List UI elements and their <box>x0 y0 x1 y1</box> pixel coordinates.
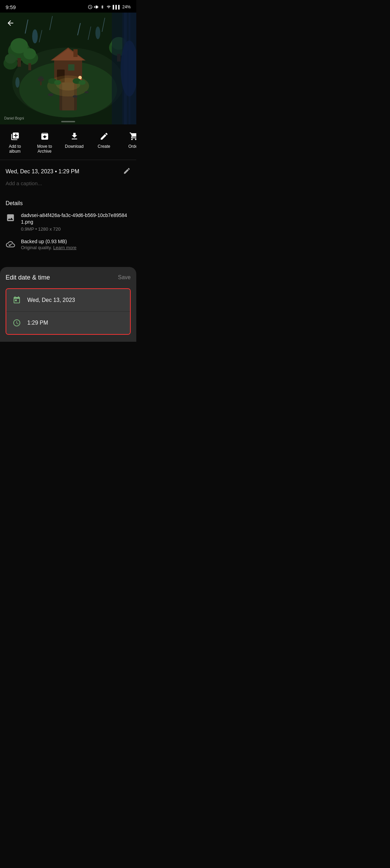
add-to-album-icon <box>10 131 20 141</box>
vibrate-icon <box>94 5 99 9</box>
save-button[interactable]: Save <box>118 274 131 281</box>
svg-rect-7 <box>68 64 74 71</box>
create-button[interactable]: Create <box>89 130 119 155</box>
date-row: Wed, Dec 13, 2023 • 1:29 PM <box>6 167 131 176</box>
svg-point-18 <box>5 54 16 64</box>
sheet-title: Edit date & time <box>6 274 50 281</box>
date-value: Wed, Dec 13, 2023 <box>27 297 75 303</box>
back-arrow-icon <box>6 19 15 27</box>
alarm-icon <box>88 5 93 9</box>
game-scene-svg <box>0 13 136 124</box>
backup-quality: Original quality. Learn more <box>21 245 131 250</box>
svg-point-33 <box>15 77 20 88</box>
learn-more-link[interactable]: Learn more <box>53 245 76 250</box>
order-icon <box>129 131 137 141</box>
file-detail-content: dadvsei-a84f426a-fa3c-49d6-b569-10cb7e89… <box>21 212 131 232</box>
archive-label: Move toArchive <box>37 144 52 154</box>
order-button[interactable]: Order <box>119 130 136 155</box>
svg-rect-16 <box>28 63 31 70</box>
move-to-archive-button[interactable]: Move toArchive <box>30 130 59 155</box>
archive-icon <box>40 131 50 141</box>
time-field-row[interactable]: 1:29 PM <box>6 312 130 334</box>
file-detail-row: dadvsei-a84f426a-fa3c-49d6-b569-10cb7e89… <box>6 212 131 232</box>
status-bar: 9:59 ▌▌▌ 24% <box>0 0 136 13</box>
bluetooth-icon <box>100 5 104 9</box>
status-time: 9:59 <box>6 4 16 10</box>
svg-point-32 <box>95 27 100 39</box>
svg-rect-13 <box>17 58 21 67</box>
download-button[interactable]: Download <box>59 130 89 155</box>
filename: dadvsei-a84f426a-fa3c-49d6-b569-10cb7e89… <box>21 212 131 226</box>
svg-rect-10 <box>73 49 78 57</box>
date-field-row[interactable]: Wed, Dec 13, 2023 <box>6 289 130 312</box>
svg-point-15 <box>23 48 36 59</box>
download-icon <box>70 131 79 141</box>
svg-point-42 <box>54 80 61 85</box>
svg-point-40 <box>38 76 44 82</box>
add-to-album-button[interactable]: Add to album <box>0 130 30 155</box>
svg-point-47 <box>85 91 89 93</box>
status-icons: ▌▌▌ 24% <box>88 5 131 9</box>
calendar-icon <box>12 295 22 305</box>
signal-icon: ▌▌▌ <box>113 5 121 9</box>
caption-input[interactable]: Add a caption... <box>6 180 131 186</box>
order-label: Order <box>128 144 136 149</box>
datetime-fields: Wed, Dec 13, 2023 1:29 PM <box>6 288 131 335</box>
backup-detail-content: Backed up (0.93 MB) Original quality. Le… <box>21 239 131 250</box>
svg-point-31 <box>32 29 38 43</box>
edit-datetime-sheet: Edit date & time Save Wed, Dec 13, 2023 … <box>0 267 136 342</box>
file-resolution: 0.9MP • 1280 x 720 <box>21 226 131 232</box>
details-section: Details dadvsei-a84f426a-fa3c-49d6-b569-… <box>0 200 136 264</box>
clock-icon <box>12 318 22 328</box>
author-label: Daniel Bogni <box>4 116 24 120</box>
wifi-icon <box>106 5 111 9</box>
battery-text: 24% <box>122 5 131 9</box>
time-value: 1:29 PM <box>27 320 48 326</box>
cloud-backup-icon <box>6 239 15 249</box>
back-button[interactable] <box>4 17 17 29</box>
create-label: Create <box>98 144 110 149</box>
action-toolbar: Add to album Move toArchive Download Cre… <box>0 124 136 160</box>
create-icon <box>99 131 109 141</box>
drag-handle <box>61 121 75 122</box>
svg-point-46 <box>73 95 78 98</box>
sheet-header: Edit date & time Save <box>6 274 131 281</box>
photo-datetime: Wed, Dec 13, 2023 • 1:29 PM <box>6 168 79 175</box>
details-title: Details <box>6 200 131 207</box>
svg-point-44 <box>79 80 86 85</box>
image-file-icon <box>6 213 15 223</box>
photo-info-section: Wed, Dec 13, 2023 • 1:29 PM Add a captio… <box>0 160 136 200</box>
photo-image: Daniel Bogni <box>0 13 136 124</box>
svg-point-45 <box>48 93 53 96</box>
add-to-album-label: Add to album <box>3 144 27 154</box>
edit-datetime-button[interactable] <box>123 167 131 176</box>
download-label: Download <box>65 144 84 149</box>
backup-status: Backed up (0.93 MB) <box>21 239 131 244</box>
backup-detail-row: Backed up (0.93 MB) Original quality. Le… <box>6 239 131 250</box>
